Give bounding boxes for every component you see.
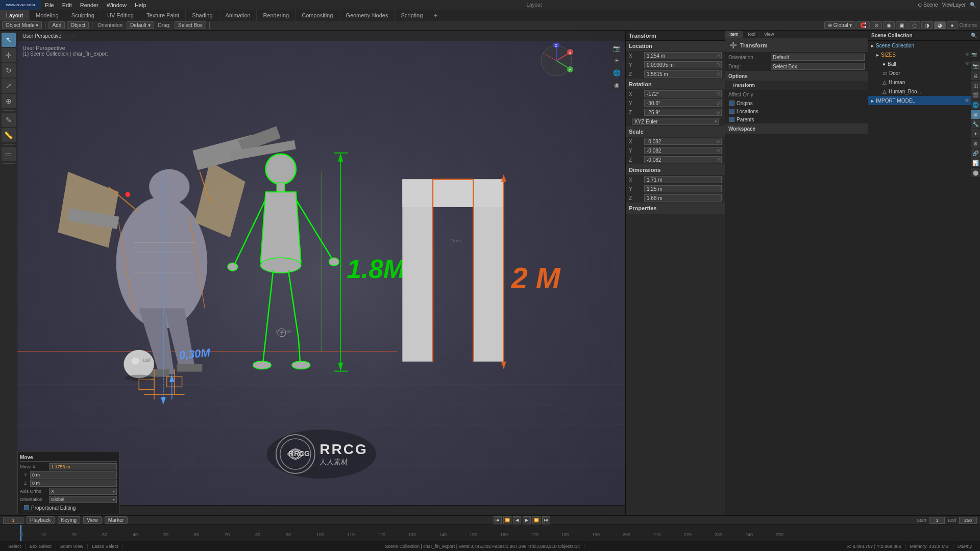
dim-y-value[interactable]: 1.25 m [644, 185, 722, 192]
jump-to-end-btn[interactable]: ⏭ [542, 516, 550, 524]
object-mode-btn[interactable]: Object Mode ▾ [2, 21, 42, 29]
scale-z-value[interactable]: -0.082 ⊙ [644, 156, 722, 163]
n-tab-view[interactable]: View [760, 31, 778, 38]
outliner-item-door[interactable]: ▭ Door 👁 [868, 68, 980, 78]
view-timeline-btn[interactable]: View [83, 516, 102, 524]
n-workspace-header[interactable]: Workspace [725, 124, 868, 133]
prop-tab-view-layer[interactable]: ◫ [971, 81, 980, 90]
prop-tab-world[interactable]: 🌐 [971, 100, 980, 109]
prop-tab-particles[interactable]: ✦ [971, 129, 980, 138]
step-forward-btn[interactable]: ⏩ [532, 516, 541, 524]
menu-help[interactable]: Help [131, 0, 151, 10]
sizes-hide-icon[interactable]: 👁 [965, 52, 970, 57]
vp-view-type[interactable]: User Perspective [20, 33, 63, 39]
rotation-header[interactable]: Rotation [626, 79, 725, 89]
loc-z-value[interactable]: 1.5815 m ⊙ [644, 70, 722, 78]
playback-btn[interactable]: Playback [27, 516, 55, 524]
n-tab-item[interactable]: Item [725, 31, 743, 38]
snap-btn[interactable]: 🧲 [856, 21, 870, 29]
outliner-item-sizes[interactable]: ▸ SIZES 👁 📷 [868, 50, 980, 59]
scale-x-value[interactable]: -0.082 ⊙ [644, 138, 722, 145]
dimensions-header[interactable]: Dimensions [626, 165, 725, 175]
navigation-gizmo[interactable]: X Y Z [538, 43, 574, 79]
loc-y-value[interactable]: 0.099095 m ⊙ [644, 61, 722, 68]
viewlayer-dropdown[interactable]: ViewLayer [942, 2, 966, 8]
ball-hide-icon[interactable]: 👁 [965, 61, 970, 66]
rot-y-value[interactable]: -30.6° ⊙ [644, 99, 722, 107]
outliner-item-scene-collection[interactable]: ▸ Scene Collection [868, 41, 980, 50]
tab-compositing[interactable]: Compositing [296, 10, 339, 20]
tab-uv-editing[interactable]: UV Editing [101, 10, 140, 20]
loc-x-value[interactable]: 1.254 m ⊙ [644, 52, 722, 59]
n-drag-value[interactable]: Select Box [771, 63, 865, 70]
end-frame-input[interactable]: 250 [959, 517, 977, 524]
n-locations-checkbox[interactable] [729, 109, 734, 114]
tool-select-cursor[interactable]: ↖ [2, 33, 16, 47]
dim-z-value[interactable]: 1.68 m [644, 194, 722, 202]
outliner-item-ball[interactable]: ● Ball 👁 📷 [868, 59, 980, 68]
sizes-camera-icon[interactable]: 📷 [971, 52, 977, 57]
search-scene-icon[interactable]: 🔍 [970, 2, 976, 8]
tool-scale[interactable]: ⤢ [2, 79, 16, 93]
xray-btn[interactable]: ▣ [896, 21, 908, 29]
world-icon[interactable]: 🌐 [611, 67, 622, 79]
outliner-filter-icon[interactable]: 🔍 [971, 33, 977, 38]
tool-rotate[interactable]: ↻ [2, 63, 16, 78]
tab-scripting[interactable]: Scripting [395, 10, 429, 20]
properties-header-btn[interactable]: Properties [626, 203, 725, 213]
current-frame-display[interactable]: 1 [3, 517, 23, 524]
tab-sculpting[interactable]: Sculpting [65, 10, 101, 20]
tab-geometry-nodes[interactable]: Geometry Nodes [339, 10, 395, 20]
viewport-shading-2[interactable]: ◑ [921, 21, 933, 29]
viewport-3d[interactable]: www.rr-sc.com User Perspective User Pers… [17, 31, 625, 515]
select-box-btn[interactable]: Select Box [175, 21, 206, 29]
axis-ortho-select[interactable]: X ▾ [49, 488, 117, 495]
outliner-item-human-boo[interactable]: △ Human_Boo... 👁 [868, 87, 980, 96]
tool-measure[interactable]: 📏 [2, 128, 16, 142]
dim-x-value[interactable]: 1.71 m [644, 176, 722, 183]
prop-tab-physics[interactable]: ⚙ [971, 139, 980, 148]
add-btn[interactable]: Add [48, 21, 65, 29]
prop-tab-modifiers[interactable]: 🔧 [971, 119, 980, 129]
tool-transform[interactable]: ⊕ [2, 94, 16, 108]
move-y-value[interactable]: 0 m [30, 471, 117, 479]
scale-header[interactable]: Scale [626, 127, 725, 137]
viewport-shading-3[interactable]: ◕ [934, 21, 946, 29]
prop-tab-material[interactable]: ⬤ [971, 168, 980, 177]
scene-dropdown[interactable]: ⊙ Scene [918, 2, 938, 8]
prop-tab-scene[interactable]: 🎬 [971, 90, 980, 99]
object-btn[interactable]: Object [67, 21, 89, 29]
camera-icon[interactable]: 📷 [611, 43, 622, 54]
n-orientation-value[interactable]: Default [771, 54, 865, 61]
move-x-value[interactable]: 1.1756 m [49, 463, 117, 470]
keying-btn[interactable]: Keying [58, 516, 81, 524]
tool-add-cube[interactable]: ▭ [2, 147, 16, 161]
tab-shading[interactable]: Shading [186, 10, 219, 20]
jump-to-start-btn[interactable]: ⏮ [494, 516, 502, 524]
add-workspace-tab[interactable]: + [429, 11, 442, 19]
outliner-item-human[interactable]: △ Human 👁 [868, 78, 980, 87]
global-btn[interactable]: ⊕ Global ▾ [824, 21, 855, 29]
step-back-btn[interactable]: ⏪ [503, 516, 511, 524]
play-back-btn[interactable]: ◀ [513, 516, 521, 524]
tool-annotate[interactable]: ✎ [2, 113, 16, 127]
tab-rendering[interactable]: Rendering [257, 10, 296, 20]
orientation-select[interactable]: Global ▾ [49, 496, 117, 503]
marker-btn[interactable]: Marker [105, 516, 128, 524]
prop-tab-constraints[interactable]: 🔗 [971, 148, 980, 158]
tool-move[interactable]: ✛ [2, 48, 16, 62]
viewport-shading-1[interactable]: ◌ [909, 21, 920, 29]
orientation-select[interactable]: Default ▾ [127, 21, 154, 29]
tab-texture-paint[interactable]: Texture Paint [140, 10, 186, 20]
timeline-ruler[interactable]: 0 10 20 30 40 50 60 70 80 90 100 110 120… [0, 525, 980, 541]
n-parents-checkbox[interactable] [729, 117, 734, 122]
rot-x-value[interactable]: -172° ⊙ [644, 90, 722, 97]
menu-file[interactable]: File [41, 0, 58, 10]
prop-tab-render[interactable]: 📷 [971, 61, 980, 70]
n-tab-tool[interactable]: Tool [743, 31, 761, 38]
start-frame-input[interactable]: 1 [929, 517, 945, 524]
location-header[interactable]: Location [626, 41, 725, 51]
n-origins-checkbox[interactable] [729, 101, 734, 106]
overlay-btn[interactable]: ◉ [883, 21, 895, 29]
options-btn[interactable]: Options [959, 22, 978, 28]
